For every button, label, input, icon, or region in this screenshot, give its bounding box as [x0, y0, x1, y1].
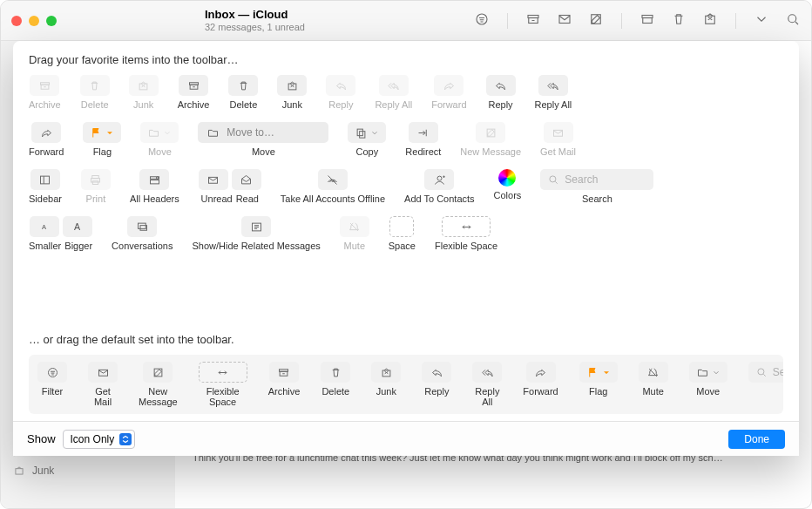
toolbar-item-junk[interactable]: Junk	[277, 75, 307, 110]
d-move-button[interactable]	[689, 362, 727, 383]
d-forward-button[interactable]	[526, 362, 556, 383]
d-filter-button[interactable]	[37, 362, 67, 383]
junk-button[interactable]	[277, 75, 307, 96]
sidebar-button[interactable]	[30, 169, 60, 190]
toolbar-item-replyall-small[interactable]: Reply All	[375, 75, 412, 110]
default-toolbar-set[interactable]: FilterGet MailNew MessageFlexible SpaceA…	[29, 355, 783, 414]
toolbar-item-replyall[interactable]: Reply All	[535, 75, 572, 110]
show-mode-select[interactable]: Icon Only	[63, 430, 135, 449]
toolbar-item-moveto[interactable]: Move to…Move	[198, 122, 328, 157]
compose-icon[interactable]	[588, 11, 604, 31]
d-archive-button[interactable]	[269, 362, 299, 383]
toolbar-item-reply[interactable]: Reply	[486, 75, 516, 110]
toolbar-item-redirect[interactable]: Redirect	[405, 122, 441, 157]
toolbar-item-d-forward[interactable]: Forward	[523, 362, 558, 397]
allheaders-button[interactable]	[139, 169, 169, 190]
toolbar-item-delete[interactable]: Delete	[228, 75, 258, 110]
junk-icon[interactable]	[702, 11, 718, 31]
addcontact-button[interactable]	[424, 169, 454, 190]
done-button[interactable]: Done	[728, 430, 785, 449]
toolbar-item-d-junk[interactable]: Junk	[371, 362, 401, 397]
toolbar-item-forward-small[interactable]: Forward	[431, 75, 466, 110]
forward-small-button[interactable]	[434, 75, 464, 96]
smaller-bigger-b-button[interactable]: A	[63, 216, 92, 237]
toolbar-item-copy[interactable]: Copy	[348, 122, 386, 157]
toolbar-item-archive-small[interactable]: Archive	[29, 75, 61, 110]
toolbar-item-offline[interactable]: Take All Accounts Offline	[281, 169, 385, 204]
showhide-button[interactable]	[241, 216, 271, 237]
reply-button[interactable]	[486, 75, 516, 96]
unread-read-a-button[interactable]	[199, 169, 228, 190]
toolbar-item-move-small[interactable]: Move	[140, 122, 179, 157]
delete-button[interactable]	[228, 75, 258, 96]
toolbar-item-forward[interactable]: Forward	[29, 122, 64, 157]
copy-button[interactable]	[348, 122, 386, 143]
search-field[interactable]: Search	[540, 169, 653, 190]
conversations-button[interactable]	[127, 216, 157, 237]
d-mute-button[interactable]	[639, 362, 668, 383]
toolbar-item-junk-small[interactable]: Junk	[129, 75, 159, 110]
flexspace-slot[interactable]	[442, 216, 491, 237]
search-field[interactable]: Search	[748, 362, 783, 383]
toolbar-item-unread-read[interactable]: UnreadRead	[199, 169, 261, 204]
filter-icon[interactable]	[474, 11, 490, 31]
toolbar-item-mute[interactable]: Mute	[340, 216, 369, 251]
more-icon[interactable]	[754, 11, 769, 31]
mute-button[interactable]	[340, 216, 369, 237]
d-newmsg-button[interactable]	[143, 362, 173, 383]
toolbar-item-d-mute[interactable]: Mute	[639, 362, 668, 397]
toolbar-item-delete-small[interactable]: Delete	[80, 75, 110, 110]
d-delete-button[interactable]	[321, 362, 350, 383]
toolbar-item-d-getmail[interactable]: Get Mail	[88, 362, 118, 407]
toolbar-item-d-flag[interactable]: Flag	[579, 362, 618, 397]
junk-small-button[interactable]	[129, 75, 159, 96]
toolbar-item-d-flexspace[interactable]: Flexible Space	[199, 362, 247, 407]
toolbar-item-allheaders[interactable]: All Headers	[130, 169, 179, 204]
colors-button[interactable]	[498, 169, 516, 187]
toolbar-item-space[interactable]: Space	[389, 216, 416, 251]
newmsg-small-button[interactable]	[476, 122, 505, 143]
toolbar-item-print[interactable]: Print	[81, 169, 111, 204]
toolbar-item-d-search[interactable]: SearchSearch	[748, 362, 783, 397]
toolbar-item-d-filter[interactable]: Filter	[37, 362, 67, 397]
move-small-button[interactable]	[140, 122, 179, 143]
toolbar-item-search-item[interactable]: SearchSearch	[540, 169, 653, 204]
getmail-small-button[interactable]	[544, 122, 573, 143]
replyall-button[interactable]	[538, 75, 568, 96]
archive-button[interactable]	[179, 75, 208, 96]
toolbar-item-reply-small[interactable]: Reply	[326, 75, 355, 110]
d-junk-button[interactable]	[371, 362, 401, 383]
d-flexspace-slot[interactable]	[199, 362, 247, 383]
archive-icon[interactable]	[525, 11, 541, 31]
delete-small-button[interactable]	[80, 75, 110, 96]
unread-read-b-button[interactable]	[232, 169, 261, 190]
toolbar-item-d-move[interactable]: Move	[689, 362, 727, 397]
toolbar-item-d-reply[interactable]: Reply	[422, 362, 451, 397]
toolbar-item-addcontact[interactable]: Add To Contacts	[404, 169, 475, 204]
search-icon[interactable]	[785, 11, 801, 31]
toolbar-item-d-delete[interactable]: Delete	[321, 362, 350, 397]
archive-small-button[interactable]	[30, 75, 59, 96]
d-flag-button[interactable]	[579, 362, 618, 383]
toolbar-item-flag[interactable]: Flag	[83, 122, 121, 157]
toolbar-item-d-newmsg[interactable]: New Message	[139, 362, 178, 407]
bg-sidebar-junk[interactable]: Junk	[13, 461, 163, 480]
minimize-window[interactable]	[29, 16, 39, 26]
close-window[interactable]	[11, 16, 22, 26]
toolbar-item-flexspace[interactable]: Flexible Space	[435, 216, 497, 251]
redirect-button[interactable]	[409, 122, 438, 143]
forward-button[interactable]	[31, 122, 61, 143]
toolbar-item-smaller-bigger[interactable]: AASmallerBigger	[29, 216, 92, 251]
replyall-small-button[interactable]	[379, 75, 409, 96]
d-replyall-button[interactable]	[472, 362, 502, 383]
zoom-window[interactable]	[46, 16, 57, 26]
d-getmail-button[interactable]	[88, 362, 118, 383]
archive2-icon[interactable]	[639, 11, 655, 31]
toolbar-item-showhide[interactable]: Show/Hide Related Messages	[192, 216, 320, 251]
toolbar-item-getmail-small[interactable]: Get Mail	[540, 122, 576, 157]
d-reply-button[interactable]	[422, 362, 451, 383]
trash-icon[interactable]	[671, 11, 687, 31]
reply-small-button[interactable]	[326, 75, 355, 96]
toolbar-item-d-replyall[interactable]: Reply All	[472, 362, 502, 407]
moveto-button[interactable]: Move to…	[198, 122, 328, 143]
